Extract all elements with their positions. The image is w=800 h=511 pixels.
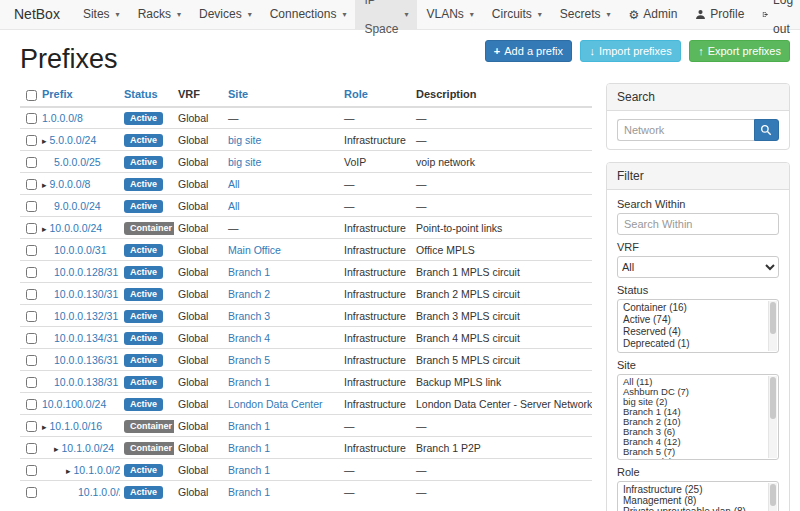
search-button[interactable] <box>754 119 779 141</box>
site-scrollbar[interactable] <box>768 376 777 458</box>
list-option[interactable]: Branch 2 (10) <box>620 417 768 427</box>
row-checkbox[interactable] <box>26 311 37 322</box>
site-link[interactable]: All <box>228 200 240 212</box>
prefix-link[interactable]: 10.0.0.138/31 <box>54 376 118 388</box>
column-header-status[interactable]: Status <box>120 83 174 107</box>
list-option[interactable]: Branch 5 (7) <box>620 447 768 457</box>
site-link[interactable]: Branch 3 <box>228 310 270 322</box>
prefix-link[interactable]: 10.0.0.130/31 <box>54 288 118 300</box>
nav-item-devices[interactable]: Devices▾ <box>190 0 261 29</box>
import-prefixes-button[interactable]: ↓ Import prefixes <box>580 40 680 62</box>
prefix-link[interactable]: 10.0.0.136/31 <box>54 354 118 366</box>
search-input[interactable] <box>617 119 754 141</box>
row-checkbox[interactable] <box>26 113 37 124</box>
role-listbox[interactable]: Infrastructure (25)Management (8)Private… <box>617 481 779 511</box>
row-checkbox[interactable] <box>26 487 37 498</box>
list-option[interactable]: Ashburn DC (7) <box>620 387 768 397</box>
search-within-input[interactable] <box>617 213 779 235</box>
list-option[interactable]: COLO 1 (4) <box>620 457 768 460</box>
row-checkbox[interactable] <box>26 377 37 388</box>
site-link[interactable]: London Data Center <box>228 398 323 410</box>
add-prefix-button[interactable]: + Add a prefix <box>485 40 572 62</box>
nav-item-sites[interactable]: Sites▾ <box>74 0 129 29</box>
list-option[interactable]: Branch 4 (12) <box>620 437 768 447</box>
column-header-site[interactable]: Site <box>224 83 340 107</box>
site-link[interactable]: big site <box>228 134 261 146</box>
nav-item-racks[interactable]: Racks▾ <box>129 0 190 29</box>
site-link[interactable]: Main Office <box>228 244 281 256</box>
prefix-link[interactable]: 10.1.0.0/24 <box>62 442 115 454</box>
list-option[interactable]: Infrastructure (25) <box>620 484 768 495</box>
nav-admin[interactable]: ⚙ Admin <box>620 0 687 29</box>
list-option[interactable]: Branch 1 (14) <box>620 407 768 417</box>
select-all-checkbox[interactable] <box>26 90 37 101</box>
list-option[interactable]: Deprecated (1) <box>620 338 768 350</box>
site-link[interactable]: big site <box>228 156 261 168</box>
prefix-link[interactable]: 10.1.0.0/16 <box>50 420 103 432</box>
nav-profile[interactable]: Profile <box>686 0 753 29</box>
vrf-select[interactable]: All <box>617 256 779 278</box>
nav-item-ip-space[interactable]: IP Space▾ <box>355 0 417 29</box>
site-link[interactable]: Branch 1 <box>228 266 270 278</box>
row-checkbox[interactable] <box>26 179 37 190</box>
prefix-link[interactable]: 9.0.0.0/24 <box>54 200 101 212</box>
list-option[interactable]: Branch 3 (6) <box>620 427 768 437</box>
list-option[interactable]: big site (2) <box>620 397 768 407</box>
nav-item-secrets[interactable]: Secrets▾ <box>551 0 620 29</box>
prefix-link[interactable]: 10.1.0.0/25 <box>74 464 120 476</box>
row-checkbox[interactable] <box>26 223 37 234</box>
row-checkbox[interactable] <box>26 399 37 410</box>
prefix-link[interactable]: 9.0.0.0/8 <box>50 178 91 190</box>
status-listbox[interactable]: Container (16)Active (74)Reserved (4)Dep… <box>617 299 779 353</box>
site-link[interactable]: Branch 1 <box>228 420 270 432</box>
site-link[interactable]: All <box>228 178 240 190</box>
prefix-link[interactable]: 10.0.0.0/24 <box>50 222 103 234</box>
prefix-link[interactable]: 5.0.0.0/25 <box>54 156 101 168</box>
list-option[interactable]: Management (8) <box>620 495 768 506</box>
row-checkbox[interactable] <box>26 245 37 256</box>
scrollbar-thumb[interactable] <box>770 302 776 334</box>
prefix-link[interactable]: 10.0.0.128/31 <box>54 266 118 278</box>
nav-logout[interactable]: Log out <box>753 0 800 29</box>
list-option[interactable]: Reserved (4) <box>620 326 768 338</box>
site-link[interactable]: Branch 1 <box>228 486 270 498</box>
row-checkbox[interactable] <box>26 465 37 476</box>
status-scrollbar[interactable] <box>768 301 777 351</box>
list-option[interactable]: Private unrouteable vlan (8) <box>620 506 768 511</box>
prefix-link[interactable]: 10.0.100.0/24 <box>42 398 106 410</box>
row-checkbox[interactable] <box>26 201 37 212</box>
row-checkbox[interactable] <box>26 157 37 168</box>
prefix-link[interactable]: 5.0.0.0/24 <box>50 134 97 146</box>
export-prefixes-button[interactable]: ↑ Export prefixes <box>689 40 790 62</box>
row-checkbox[interactable] <box>26 135 37 146</box>
nav-item-circuits[interactable]: Circuits▾ <box>483 0 551 29</box>
site-link[interactable]: Branch 5 <box>228 354 270 366</box>
column-header-prefix[interactable]: Prefix <box>38 83 120 107</box>
role-scrollbar[interactable] <box>768 483 777 511</box>
list-option[interactable]: Container (16) <box>620 302 768 314</box>
site-link[interactable]: Branch 1 <box>228 464 270 476</box>
site-link[interactable]: Branch 1 <box>228 442 270 454</box>
row-checkbox[interactable] <box>26 267 37 278</box>
site-link[interactable]: Branch 2 <box>228 288 270 300</box>
prefix-link[interactable]: 10.0.0.132/31 <box>54 310 118 322</box>
prefix-link[interactable]: 10.1.0.0/26 <box>78 486 120 498</box>
row-checkbox[interactable] <box>26 355 37 366</box>
list-option[interactable]: All (11) <box>620 377 768 387</box>
site-link[interactable]: Branch 1 <box>228 376 270 388</box>
prefix-link[interactable]: 1.0.0.0/8 <box>42 112 83 124</box>
row-checkbox[interactable] <box>26 421 37 432</box>
row-checkbox[interactable] <box>26 289 37 300</box>
row-checkbox[interactable] <box>26 333 37 344</box>
scrollbar-thumb[interactable] <box>770 377 776 419</box>
nav-item-vlans[interactable]: VLANs▾ <box>417 0 482 29</box>
scrollbar-thumb[interactable] <box>770 484 776 506</box>
site-link[interactable]: Branch 4 <box>228 332 270 344</box>
column-header-role[interactable]: Role <box>340 83 412 107</box>
row-checkbox[interactable] <box>26 443 37 454</box>
nav-item-connections[interactable]: Connections▾ <box>261 0 356 29</box>
list-option[interactable]: Active (74) <box>620 314 768 326</box>
prefix-link[interactable]: 10.0.0.134/31 <box>54 332 118 344</box>
prefix-link[interactable]: 10.0.0.0/31 <box>54 244 107 256</box>
site-listbox[interactable]: All (11)Ashburn DC (7)big site (2)Branch… <box>617 374 779 460</box>
